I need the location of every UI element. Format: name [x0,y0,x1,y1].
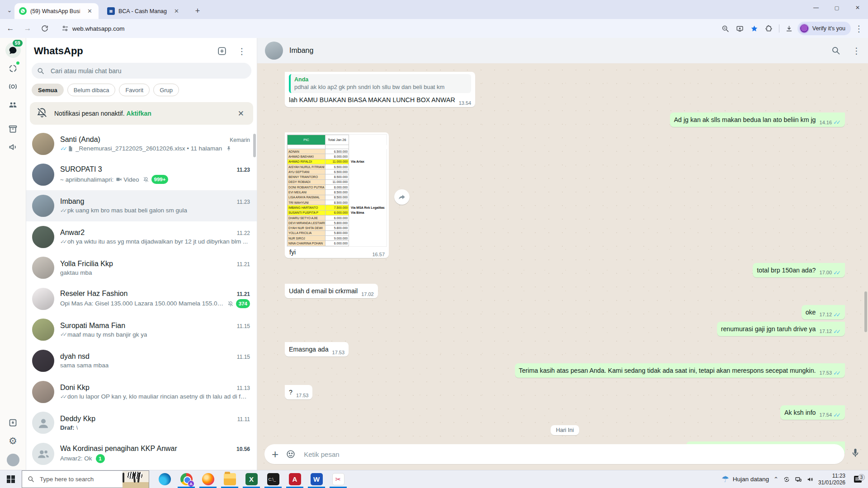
filter-pill-belum-dibaca[interactable]: Belum dibaca [67,84,116,96]
zoom-out-icon[interactable] [719,22,732,35]
start-button[interactable] [0,470,22,488]
conversation-search-icon[interactable] [831,46,840,55]
edge-icon[interactable] [157,470,172,488]
table-row: EVI MEILANI8.500.000 [288,190,388,195]
emoji-icon[interactable] [286,449,296,459]
windows-logo-icon [7,475,15,483]
chat-list-item[interactable]: Yolla Fricilia Kkp11.21gaktau mba [26,252,257,283]
verify-profile-chip[interactable]: Verify it's you [797,22,851,35]
reload-icon[interactable] [38,22,52,35]
ads-icon[interactable] [5,139,21,155]
message-text: Ak ksh info [784,408,816,417]
chat-list-item[interactable]: Imbang11.23✓✓pk uang km bro mas buat bel… [26,190,257,221]
chat-list-item[interactable]: Deddy Kkp11.11Draf: \ [26,407,257,438]
rotation-lock-icon[interactable] [783,476,790,483]
chat-search-input[interactable] [50,67,246,75]
spreadsheet-image-attachment[interactable]: PICTotal Jan 26ADNAN6.500.000AHMAD BAEHA… [287,134,387,247]
back-icon[interactable]: ← [4,22,17,35]
chat-list-item[interactable]: dyah nsd11.15sama sama mbaa [26,345,257,376]
chrome-icon[interactable]: A [179,470,193,488]
clock-widget[interactable]: 11:23 31/01/2026 [818,473,845,486]
video-label: Video [123,176,139,183]
taskbar-search-box[interactable] [22,470,149,488]
contact-avatar[interactable] [265,42,283,60]
bookmark-star-icon[interactable] [748,22,761,35]
quoted-reply[interactable]: Andapdhal ak klo ap2 gk pnh sndri loh sl… [289,74,471,93]
attach-plus-icon[interactable]: + [272,449,278,459]
weather-widget[interactable]: ☂ Hujan datang [722,474,769,484]
downloads-icon[interactable] [783,22,796,35]
message-input[interactable] [303,450,837,459]
chat-preview: Opi Mas Aa: Gisel 135.000 Lazara 150.000… [60,300,224,307]
maximize-button[interactable]: ▢ [826,0,847,15]
volume-icon[interactable] [807,476,814,483]
word-icon[interactable]: W [309,470,324,488]
firefox-icon[interactable] [201,470,215,488]
close-button[interactable]: ✕ [847,0,868,15]
status-icon[interactable] [5,61,21,76]
read-ticks-icon: ✓✓ [833,119,841,126]
chat-search-bar[interactable] [32,63,251,79]
file-explorer-icon[interactable] [222,470,237,488]
install-app-icon[interactable] [734,22,746,35]
chat-list-item[interactable]: Santi (Anda)Kemarin✓✓_Renemurasi_2712202… [26,128,257,160]
contact-name[interactable]: Imbang [289,47,825,55]
new-tab-button[interactable]: + [192,5,203,17]
filter-pill-favorit[interactable]: Favorit [119,84,150,96]
chat-avatar [32,381,54,403]
forward-icon[interactable]: → [21,22,34,35]
tray-expand-icon[interactable]: ⌃ [774,476,778,483]
snip-icon[interactable]: ✂ [331,470,345,488]
network-icon[interactable] [795,476,802,483]
new-chat-icon[interactable] [216,45,228,57]
chat-list-item[interactable]: SUROPATI 311.23~ apriibnuhalimapri:Video… [26,160,257,191]
table-header-pic: PIC [288,135,326,145]
table-row: BENNY TRIANTORO8.500.000 [288,174,388,179]
image-caption: fyi [289,249,296,256]
chat-list-item[interactable]: Suropati Mama Fian11.15✓✓maaf mau ty msh… [26,314,257,346]
chat-preview: gaktau mba [60,269,92,276]
forward-message-button[interactable] [394,189,410,205]
minimize-button[interactable]: — [806,0,826,15]
chat-scrollbar[interactable] [864,291,867,332]
chat-time: 11.23 [237,167,250,173]
browser-menu-icon[interactable]: ⋮ [853,22,865,35]
url-text[interactable]: web.whatsapp.com [72,25,125,32]
channels-icon[interactable] [5,79,21,94]
chat-time: 11.23 [237,199,250,205]
chat-list: Santi (Anda)Kemarin✓✓_Renemurasi_2712202… [26,128,257,470]
filter-pill-semua[interactable]: Semua [32,84,64,96]
chat-list-item[interactable]: Doni Kkp11.13✓✓don lu lapor OP kan y, kl… [26,376,257,408]
my-profile-avatar[interactable] [7,454,19,466]
sidebar-menu-icon[interactable]: ⋮ [236,45,248,57]
mic-icon[interactable] [850,447,861,460]
tab-close-icon[interactable]: ✕ [172,7,181,15]
taskbar-search-input[interactable] [39,475,107,483]
filter-pill-grup[interactable]: Grup [153,84,179,96]
chat-sidebar: WhatsApp ⋮ SemuaBelum dibacaFavoritGrup … [26,38,257,470]
terminal-icon[interactable]: C:\_ [266,470,280,488]
extensions-icon[interactable] [763,22,775,35]
banner-activate-link[interactable]: Aktifkan [127,110,151,117]
tab-bca[interactable]: ▦ BCA - Cash Management Syste ✕ [103,3,185,19]
system-tray: ☂ Hujan datang ⌃ 11:23 31/01/2026 3 [722,470,868,488]
tab-close-icon[interactable]: ✕ [85,7,94,15]
tab-search-button[interactable]: ⌄ [4,5,15,15]
sidebar-scrollbar[interactable] [253,134,256,157]
banner-close-icon[interactable]: ✕ [235,108,247,119]
acrobat-icon[interactable]: A [288,470,302,488]
chats-icon[interactable]: 59 [5,42,21,58]
incoming-message-bubble: Emasnga ada17.53 [285,342,349,357]
communities-icon[interactable] [5,97,21,112]
conversation-menu-icon[interactable]: ⋮ [852,46,861,56]
chat-list-item[interactable]: Anwar211.22✓✓oh ya wktu itu ass yg mnta … [26,221,257,253]
site-info-chip[interactable]: web.whatsapp.com [61,25,125,32]
excel-icon[interactable]: X [244,470,259,488]
action-center-icon[interactable]: 3 [850,476,865,483]
chat-list-item[interactable]: Reseler Haz Fashion11.21Opi Mas Aa: Gise… [26,283,257,314]
archived-icon[interactable] [5,121,21,136]
tab-whatsapp[interactable]: (59) WhatsApp Business ✕ [14,3,99,19]
settings-gear-icon[interactable]: ⚙ [5,433,21,448]
chat-list-item[interactable]: Wa Kordinasi penagihan KKP Anwar10.56Anw… [26,438,257,469]
download-apps-icon[interactable] [5,415,21,430]
